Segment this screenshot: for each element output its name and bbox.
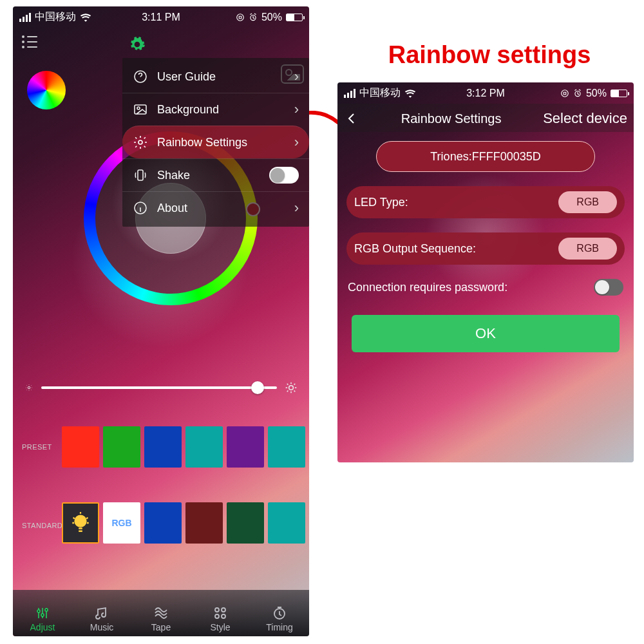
svg-rect-7 [135,105,146,114]
color-dial-preview[interactable] [27,71,66,109]
signal-icon [19,13,31,22]
svg-rect-10 [138,170,143,180]
svg-point-8 [137,107,140,109]
preset-swatch[interactable] [103,426,140,468]
tab-tape[interactable]: Tape [131,605,191,632]
standard-label: STANDARD [22,522,62,529]
battery-icon [286,14,303,21]
wifi-icon [80,13,91,22]
wifi-icon [404,89,416,98]
device-name: Triones:FFFF00035D [430,150,540,164]
menu-list-icon[interactable] [22,35,37,48]
shake-toggle[interactable] [269,167,299,184]
tab-label: Style [210,622,230,632]
chevron-right-icon: › [294,68,299,85]
annotation-title: Rainbow settings [341,41,638,69]
clock: 3:11 PM [142,12,180,23]
standard-swatch[interactable] [185,502,223,544]
preset-label: PRESET [22,443,52,451]
svg-point-19 [222,608,225,612]
rgb-seq-row: RGB Output Sequence: RGB [346,232,625,265]
carrier-label: 中国移动 [359,86,401,100]
svg-point-23 [562,90,569,97]
standard-swatch[interactable] [268,502,305,544]
back-button[interactable] [344,111,359,126]
ok-button[interactable]: OK [352,315,620,352]
orientation-lock-icon [236,13,245,22]
bulb-icon [70,510,91,536]
battery-icon [611,90,627,97]
menu-item-background[interactable]: Background › [122,93,309,126]
standard-swatch-white[interactable]: RGB [103,502,140,544]
svg-point-14 [75,516,86,527]
preset-swatch[interactable] [62,426,99,468]
tab-label: Tape [151,622,171,632]
menu-item-label: User Guide [157,70,216,84]
password-toggle[interactable] [594,279,623,296]
tab-timing[interactable]: Timing [250,605,309,632]
svg-point-15 [37,610,40,612]
standard-swatch-bulb[interactable] [62,502,99,544]
tab-adjust[interactable]: Adjust [13,605,72,632]
led-type-label: LED Type: [354,196,408,209]
brightness-high-icon [285,381,298,394]
led-type-value[interactable]: RGB [558,191,617,213]
standard-swatch[interactable] [227,502,264,544]
standard-white-label: RGB [111,518,131,528]
brightness-low-icon [24,383,33,392]
chevron-right-icon: › [294,101,299,118]
svg-point-4 [237,14,244,21]
battery-percent: 50% [586,88,607,99]
status-bar: 中国移动 3:12 PM 50% [337,82,634,104]
menu-item-shake[interactable]: Shake [122,158,309,191]
tab-label: Timing [266,622,293,632]
preset-swatch[interactable] [144,426,182,468]
app-header [13,28,309,56]
svg-point-18 [215,608,219,612]
standard-swatch-row: RGB [62,502,305,544]
settings-gear-button[interactable] [129,36,146,53]
brightness-thumb[interactable] [251,381,264,394]
preset-swatch[interactable] [268,426,305,468]
menu-item-user-guide[interactable]: User Guide › [122,61,309,93]
svg-point-20 [215,614,219,618]
preset-swatch[interactable] [227,426,264,468]
svg-point-9 [138,140,142,144]
preset-swatch[interactable] [185,426,223,468]
menu-item-label: Background [157,103,219,117]
gear-icon [133,135,148,150]
info-icon [133,200,148,216]
device-chip[interactable]: Triones:FFFF00035D [376,141,595,172]
phone-adjust-screen: 中国移动 3:11 PM 50% [13,6,309,636]
menu-item-label: Shake [157,169,190,182]
tab-label: Adjust [30,622,55,632]
carrier-label: 中国移动 [35,10,76,24]
svg-point-12 [28,386,30,389]
ok-button-label: OK [475,325,496,342]
bottom-tabbar: Adjust Music Tape Style Timing [13,590,309,636]
brightness-slider[interactable] [41,386,277,389]
svg-point-21 [222,614,225,618]
brightness-row [24,381,298,394]
menu-item-about[interactable]: About › [122,191,309,224]
vibrate-icon [133,167,148,183]
battery-percent: 50% [261,12,282,23]
status-bar: 中国移动 3:11 PM 50% [13,6,309,28]
standard-swatch[interactable] [144,502,182,544]
tab-label: Music [90,622,114,632]
signal-icon [344,89,355,98]
clock: 3:12 PM [466,88,505,99]
page-title: Rainbow Settings [359,111,543,126]
chevron-right-icon: › [294,134,299,151]
menu-item-label: Rainbow Settings [157,136,247,149]
image-icon [133,102,148,117]
menu-item-label: About [157,202,187,215]
rgb-seq-value[interactable]: RGB [558,238,617,260]
tab-music[interactable]: Music [72,605,131,632]
alarm-icon [249,13,258,22]
tab-style[interactable]: Style [191,605,250,632]
phone-rainbow-settings-screen: 中国移动 3:12 PM 50% Rainbow Settings Select… [337,82,634,462]
orientation-lock-icon [560,89,569,98]
select-device-button[interactable]: Select device [543,110,627,127]
menu-item-rainbow-settings[interactable]: Rainbow Settings › [122,126,309,158]
